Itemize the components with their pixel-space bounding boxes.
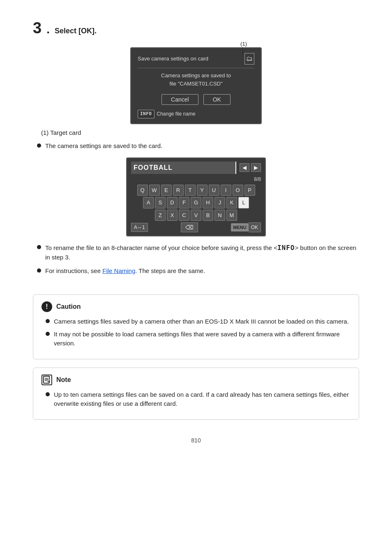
keyboard-bottom-row: A↔1 ⌫ MENU OK [131,222,261,232]
bullet-item-3: For instructions, see File Naming. The s… [37,266,359,276]
keyboard-row-1: Q W E R T Y U I O P [131,185,261,196]
spacer-1 [33,280,359,286]
key-E[interactable]: E [161,185,172,196]
bullet-item-2: To rename the file to an 8-character nam… [37,243,359,262]
camera-save-message: Camera settings are saved to file "CAMSE… [138,72,254,88]
caution-header: ! Caution [42,301,350,312]
cancel-button[interactable]: Cancel [161,94,198,105]
key-R[interactable]: R [173,185,184,196]
note-dot-1 [46,392,50,396]
keyboard-screen: FOOTBALL ◀ ▶ 8/8 Q W E R T Y U I O P A S… [126,157,266,237]
key-J[interactable]: J [214,197,225,208]
info-change-filename: INFO Change file name [138,110,254,118]
change-filename-text: Change file name [157,110,196,118]
arrow-left-button[interactable]: ◀ [240,163,249,172]
note-title: Note [56,375,71,385]
note-items: Up to ten camera settings files can be s… [46,390,350,409]
key-C[interactable]: C [179,210,189,221]
key-O[interactable]: O [233,185,243,196]
camera-dialog-buttons: Cancel OK [138,94,254,105]
caution-text-1: Camera settings files saved by a camera … [54,317,349,326]
annotation-target-card: (1) Target card [41,128,359,138]
bullet-section-3: For instructions, see File Naming. The s… [37,266,359,276]
menu-label: MENU [231,223,248,232]
key-X[interactable]: X [167,210,178,221]
key-V[interactable]: V [191,210,201,221]
caution-dot-2 [46,332,50,336]
key-M[interactable]: M [226,210,237,221]
key-G[interactable]: G [191,197,201,208]
caution-item-2: It may not be possible to load camera se… [46,330,350,348]
note-text-1: Up to ten camera settings files can be s… [54,390,350,409]
step-title: Select [OK]. [55,25,97,37]
key-Q[interactable]: Q [137,185,148,196]
keyboard-name-field[interactable]: FOOTBALL [131,162,236,174]
keyboard-arrows: ◀ ▶ [240,163,261,172]
target-card-note: (1) Target card [37,128,359,138]
camera-screen-wrap: (1) Save camera settings on card 🗂 Camer… [33,47,359,124]
bullet-section-1: The camera settings are saved to the car… [37,141,359,151]
caution-dot-1 [46,319,50,323]
note-box: Note Up to ten camera settings files can… [33,368,359,420]
step-header: 3 . Select [OK]. [33,16,359,40]
key-Y[interactable]: Y [197,185,208,196]
key-D[interactable]: D [167,197,178,208]
key-S[interactable]: S [155,197,166,208]
page-number: 810 [33,436,359,445]
bullet-section-2: To rename the file to an 8-character nam… [37,243,359,262]
caution-item-1: Camera settings files saved by a camera … [46,317,350,326]
key-U[interactable]: U [209,185,219,196]
bullet-text-2: To rename the file to an 8-character nam… [45,243,359,262]
info-bold-label: INFO [277,244,295,252]
keyboard-mode-toggle[interactable]: A↔1 [131,223,148,232]
key-W[interactable]: W [149,185,160,196]
key-L[interactable]: L [238,197,249,208]
arrow-right-button[interactable]: ▶ [251,163,261,172]
caution-title: Caution [56,302,81,312]
annotation-label-1: (1) [240,40,247,48]
key-Z[interactable]: Z [155,210,166,221]
bullet-dot-1 [37,143,41,148]
bullet-text-1: The camera settings are saved to the car… [45,141,162,151]
caution-text-2: It may not be possible to load camera se… [54,330,350,348]
bullet-dot-3 [37,268,41,273]
keyboard-name-row: FOOTBALL ◀ ▶ [131,162,261,174]
annotation-line [242,47,243,55]
keyboard-wrap: FOOTBALL ◀ ▶ 8/8 Q W E R T Y U I O P A S… [33,157,359,237]
key-F[interactable]: F [179,197,189,208]
note-icon [42,375,52,385]
camera-dialog-top: Save camera settings on card 🗂 [138,53,254,68]
key-A[interactable]: A [143,197,154,208]
bullet-dot-2 [37,245,41,249]
info-badge: INFO [138,110,154,118]
key-I[interactable]: I [221,185,231,196]
bullet-item-1: The camera settings are saved to the car… [37,141,359,151]
save-settings-title: Save camera settings on card [138,55,208,63]
key-N[interactable]: N [214,210,225,221]
camera-screen-container: (1) Save camera settings on card 🗂 Camer… [130,47,262,124]
keyboard-char-count: 8/8 [131,176,261,183]
keyboard-name-value: FOOTBALL [134,164,173,171]
keyboard-backspace[interactable]: ⌫ [181,222,198,232]
key-P[interactable]: P [244,185,255,196]
ok-button[interactable]: OK [203,94,231,105]
caution-items: Camera settings files saved by a camera … [46,317,350,348]
key-B[interactable]: B [203,210,213,221]
camera-dialog: Save camera settings on card 🗂 Camera se… [130,47,262,124]
caution-box: ! Caution Camera settings files saved by… [33,294,359,359]
caution-icon: ! [42,301,52,312]
step-dot: . [46,21,50,38]
sd-card-icon: 🗂 [244,53,254,65]
key-H[interactable]: H [203,197,213,208]
key-T[interactable]: T [185,185,196,196]
keyboard-row-2: A S D F G H J K L [131,197,261,208]
keyboard-menu-ok: MENU OK [231,222,261,232]
note-header: Note [42,375,350,385]
file-naming-link[interactable]: File Naming [102,267,135,274]
bullet-text-3: For instructions, see File Naming. The s… [45,266,205,276]
step-number: 3 [33,16,42,40]
note-item-1: Up to ten camera settings files can be s… [46,390,350,409]
ok-label[interactable]: OK [249,222,261,232]
keyboard-row-3: Z X C V B N M [131,210,261,221]
key-K[interactable]: K [226,197,237,208]
